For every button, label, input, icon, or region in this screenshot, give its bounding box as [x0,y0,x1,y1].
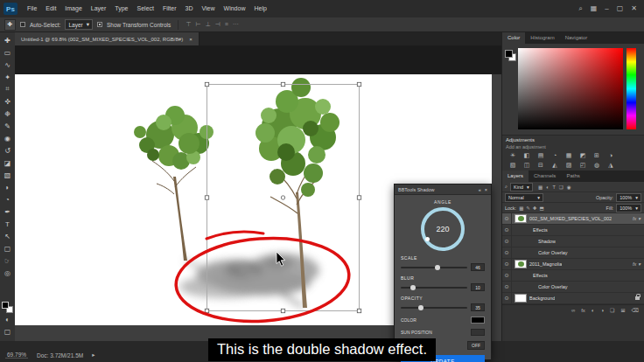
menu-item[interactable]: Image [60,0,86,17]
align-icon[interactable]: ⊤ [186,21,191,28]
tool-button[interactable]: ↺ [0,144,15,157]
align-icon[interactable]: ⊣ [215,21,220,28]
tool-button[interactable]: ◉ [0,132,15,144]
layer-row[interactable]: ⊙ Background fx▾ [502,293,644,304]
collapse-icon[interactable]: « [479,187,481,192]
layers-panel-tab[interactable]: Channels [528,171,561,182]
adjustment-icon[interactable]: ▨ [562,160,576,170]
sun-position-control[interactable] [471,329,485,336]
menu-item[interactable]: Filter [158,0,181,17]
layers-panel-tab[interactable]: Paths [561,171,584,182]
tool-button[interactable]: ☞ [0,254,15,267]
layer-row[interactable]: ⊙ Color Overlay fx▾ [502,282,644,293]
auto-select-target-dropdown[interactable]: Layer ▾ [65,19,93,30]
layer-name[interactable]: Shadow [538,239,556,244]
shadow-color-swatch[interactable] [471,317,485,324]
tool-button[interactable]: ▢ [0,242,15,254]
slider-value-field[interactable]: 10 [471,283,485,291]
layers-panel-action-icon[interactable]: ◑ [600,308,604,313]
foreground-background-swatches[interactable] [2,302,13,313]
adjustment-icon[interactable]: ◑ [604,150,618,160]
menu-item[interactable]: Type [110,0,132,17]
layer-row[interactable]: ⊙ Color Overlay fx▾ [502,247,644,259]
tool-button[interactable]: ◎ [0,267,15,279]
tool-button[interactable]: ▧ [0,169,15,181]
panel-tab[interactable]: Histogram [525,32,559,44]
lock-option-icon[interactable]: ✎ [526,205,530,211]
dialog-title-bar[interactable]: BBTools Shadow « × [395,184,491,195]
tool-button[interactable]: ✚ [0,34,15,46]
adjustment-icon[interactable]: ☀ [506,150,520,160]
tool-button[interactable]: ❉ [0,108,15,120]
slider-track[interactable] [401,267,467,268]
tool-button[interactable]: ▭ [0,46,15,59]
adjustment-icon[interactable]: ◩ [576,150,590,160]
menu-item[interactable]: Help [249,0,270,17]
kind-filter-dropdown[interactable]: Kind ▾ [510,183,533,191]
adjustment-icon[interactable]: ◧ [520,150,534,160]
layer-name[interactable]: Color Overlay [538,250,568,255]
tool-button[interactable]: ◗ [0,181,15,193]
slider-track[interactable] [401,307,467,309]
layers-panel-action-icon[interactable]: fx [581,308,585,313]
slider-thumb[interactable] [410,285,416,290]
adjustment-icon[interactable]: ◮ [604,160,618,170]
auto-select-checkbox[interactable] [20,22,25,27]
slider-value-field[interactable]: 46 [471,263,485,271]
tool-button[interactable]: ↖ [0,230,15,242]
menu-item[interactable]: Edit [41,0,60,17]
layer-row[interactable]: ⊙ 2011_Magnolia fx▾ [502,259,644,270]
tool-button[interactable]: ✒ [0,205,15,218]
align-icon[interactable]: ⊢ [195,21,200,28]
align-icon[interactable]: ⋯ [233,21,239,28]
panel-tab[interactable]: Navigator [560,32,593,44]
adjustment-icon[interactable]: ◫ [520,160,534,170]
close-icon[interactable]: × [485,187,487,192]
menu-item[interactable]: Layer [87,0,111,17]
layer-row[interactable]: ⊙ Effects fx▾ [502,270,644,282]
slider-value-field[interactable]: 35 [471,303,485,311]
hue-slider[interactable] [626,48,636,129]
layer-thumbnail[interactable] [514,214,527,223]
foreground-color-swatch[interactable] [2,302,9,309]
tool-button[interactable]: ◔ [0,193,15,205]
adjustment-icon[interactable]: ▧ [506,160,520,170]
fill-dropdown[interactable]: 100% ▾ [616,204,641,212]
adjustment-icon[interactable]: ⊟ [534,160,548,170]
layer-name[interactable]: Background [529,296,555,301]
saturation-brightness-picker[interactable] [518,48,623,129]
menubar-icon[interactable]: ▦ [591,4,598,13]
menu-item[interactable]: Window [220,0,250,17]
layer-filter-icon[interactable]: ❏ [559,184,564,190]
layers-panel-action-icon[interactable]: ∞ [571,308,575,313]
layers-panel-tab[interactable]: Layers [502,171,528,182]
adjustment-icon[interactable]: ▤ [534,150,548,160]
toolbar-mode-icon[interactable]: ◐ [0,313,15,325]
layer-row[interactable]: ⊙ Shadow fx▾ [502,236,644,247]
blend-mode-dropdown[interactable]: Normal ▾ [505,193,543,202]
menubar-icon[interactable]: ⌕ [578,4,582,13]
foreground-color-chip[interactable] [505,50,513,58]
layer-name[interactable]: Color Overlay [538,284,568,289]
layer-fx-badge[interactable]: fx▾ [633,261,640,267]
visibility-eye-icon[interactable]: ⊙ [502,270,512,281]
tool-button[interactable]: ✜ [0,95,15,108]
panel-tab[interactable]: Color [502,32,525,44]
opacity-dropdown[interactable]: 100% ▾ [616,193,641,202]
layers-panel-action-icon[interactable]: ⌫ [632,307,639,313]
show-transform-checkbox[interactable] [97,22,102,27]
tool-button[interactable]: T [0,218,15,230]
tool-button[interactable]: ✦ [0,71,15,83]
layer-row[interactable]: ⊙ 002_SM_MIXED_SPECIES_VOL_002 fx▾ [502,213,644,225]
layers-panel-action-icon[interactable]: ⊞ [620,307,625,313]
lock-option-icon[interactable]: ⬒ [540,205,544,211]
visibility-eye-icon[interactable]: ⊙ [502,236,512,247]
adjustment-icon[interactable]: ◍ [590,160,604,170]
visibility-eye-icon[interactable]: ⊙ [502,225,512,235]
visibility-eye-icon[interactable]: ⊙ [502,213,512,224]
transform-center-point[interactable] [281,196,284,199]
layer-filter-icon[interactable]: ▦ [538,184,542,190]
layer-name[interactable]: Effects [533,227,548,233]
layer-filter-icon[interactable]: ◉ [567,184,571,190]
align-icon[interactable]: ⊥ [206,21,211,28]
